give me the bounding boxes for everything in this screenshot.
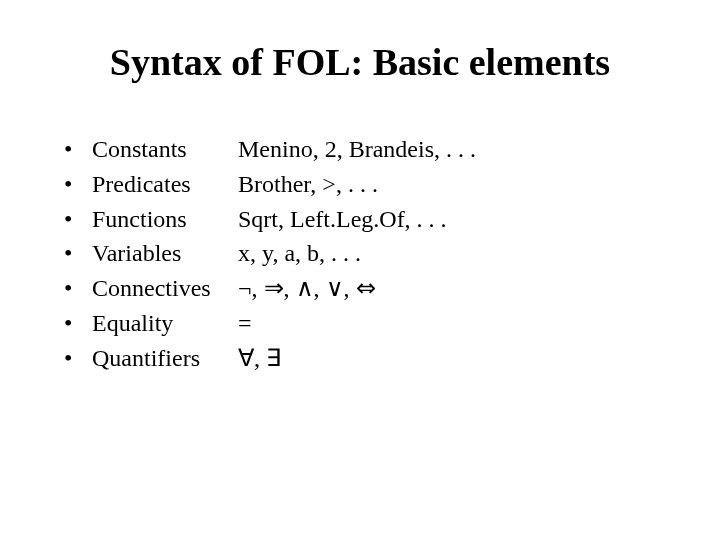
term-label: Quantifiers (92, 341, 238, 376)
list-item: • Functions Sqrt, Left.Leg.Of, . . . (64, 202, 660, 237)
bullet-icon: • (64, 167, 92, 202)
bullet-list: • Constants Menino, 2, Brandeis, . . . •… (64, 132, 660, 376)
bullet-icon: • (64, 306, 92, 341)
term-label: Constants (92, 132, 238, 167)
term-label: Connectives (92, 271, 238, 306)
example-text: ∀, ∃ (238, 341, 660, 376)
example-text: x, y, a, b, . . . (238, 236, 660, 271)
list-item: • Constants Menino, 2, Brandeis, . . . (64, 132, 660, 167)
bullet-icon: • (64, 202, 92, 237)
term-label: Equality (92, 306, 238, 341)
bullet-icon: • (64, 236, 92, 271)
list-item: • Equality = (64, 306, 660, 341)
bullet-icon: • (64, 341, 92, 376)
slide-title: Syntax of FOL: Basic elements (60, 40, 660, 84)
list-item: • Predicates Brother, >, . . . (64, 167, 660, 202)
example-text: Brother, >, . . . (238, 167, 660, 202)
term-label: Functions (92, 202, 238, 237)
term-label: Predicates (92, 167, 238, 202)
bullet-icon: • (64, 132, 92, 167)
example-text: Menino, 2, Brandeis, . . . (238, 132, 660, 167)
list-item: • Variables x, y, a, b, . . . (64, 236, 660, 271)
bullet-icon: • (64, 271, 92, 306)
example-text: Sqrt, Left.Leg.Of, . . . (238, 202, 660, 237)
list-item: • Connectives ¬, ⇒, ∧, ∨, ⇔ (64, 271, 660, 306)
list-item: • Quantifiers ∀, ∃ (64, 341, 660, 376)
slide: Syntax of FOL: Basic elements • Constant… (0, 0, 720, 540)
example-text: ¬, ⇒, ∧, ∨, ⇔ (238, 271, 660, 306)
example-text: = (238, 306, 660, 341)
term-label: Variables (92, 236, 238, 271)
